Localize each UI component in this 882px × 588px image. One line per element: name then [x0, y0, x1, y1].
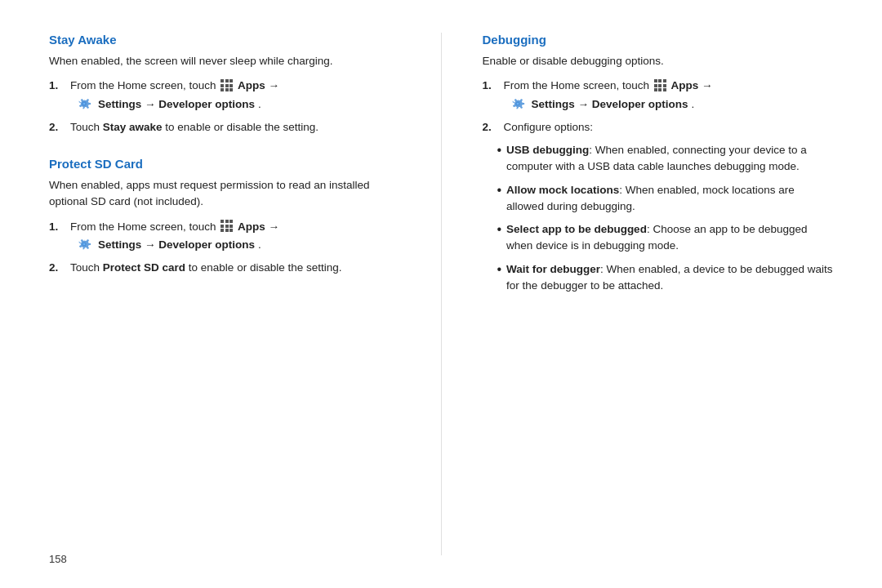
- apps-label-2: Apps: [238, 220, 265, 233]
- step-1-content: From the Home screen, touch Apps →: [70, 78, 400, 113]
- left-column: Stay Awake When enabled, the screen will…: [49, 33, 400, 555]
- protect-sd-card-description: When enabled, apps must request permissi…: [49, 177, 400, 211]
- section-spacer-1: [49, 142, 400, 157]
- apps-label-1: Apps: [238, 79, 265, 91]
- debug-step-number-2: 2.: [483, 119, 497, 136]
- stay-awake-step-1: 1. From the Home screen, touch Apps →: [49, 78, 400, 113]
- step-1-line2: Settings → Developer options.: [74, 96, 400, 113]
- protect-sd-step-2: 2. Touch Protect SD card to enable or di…: [49, 260, 400, 276]
- debug-step-1-path: Settings → Developer options: [532, 96, 688, 113]
- debugging-step-2: 2. Configure options:: [483, 119, 834, 136]
- apps-grid-icon-3: [654, 79, 666, 91]
- bullet-usb-debugging: • USB debugging: When enabled, connectin…: [497, 142, 834, 176]
- step-number-2: 2.: [49, 119, 64, 136]
- usb-debugging-bold: USB debugging: [506, 144, 589, 156]
- debugging-bullet-list: • USB debugging: When enabled, connectin…: [497, 142, 834, 294]
- protect-step-1-line1: From the Home screen, touch Apps →: [70, 219, 400, 235]
- protect-sd-step-1: 1. From the Home screen, touch Apps →: [49, 219, 400, 254]
- step-number-1: 1.: [49, 78, 64, 113]
- settings-gear-icon-3: [510, 96, 525, 111]
- svg-point-4: [83, 102, 86, 105]
- stay-awake-description: When enabled, the screen will never slee…: [49, 53, 400, 69]
- step-1-line1: From the Home screen, touch Apps →: [70, 78, 400, 94]
- column-divider: [441, 33, 442, 555]
- debugging-section: Debugging Enable or disable debugging op…: [483, 33, 834, 301]
- protect-sd-card-section: Protect SD Card When enabled, apps must …: [49, 157, 400, 283]
- page-content: Stay Awake When enabled, the screen will…: [0, 0, 882, 588]
- protect-step-number-2: 2.: [49, 260, 64, 276]
- stay-awake-section: Stay Awake When enabled, the screen will…: [49, 33, 400, 142]
- debug-step-1-line2: Settings → Developer options.: [507, 96, 834, 113]
- right-column: Debugging Enable or disable debugging op…: [483, 33, 834, 555]
- protect-step-1-content: From the Home screen, touch Apps →: [70, 219, 400, 254]
- debugging-step-1: 1. From the Home screen, touch Apps →: [483, 78, 834, 113]
- protect-step-2-content: Touch Protect SD card to enable or disab…: [70, 260, 400, 276]
- protect-step-number-1: 1.: [49, 219, 64, 254]
- bullet-usb-content: USB debugging: When enabled, connecting …: [506, 142, 833, 176]
- step-2-content: Touch Stay awake to enable or disable th…: [70, 119, 400, 136]
- svg-point-6: [83, 243, 86, 245]
- stay-awake-step-2: 2. Touch Stay awake to enable or disable…: [49, 119, 400, 136]
- protect-step-1-line2: Settings → Developer options.: [74, 237, 400, 253]
- wait-debugger-bold: Wait for debugger: [506, 263, 600, 275]
- step-1-path: Settings → Developer options: [98, 96, 255, 113]
- settings-gear-icon: [77, 96, 91, 111]
- debug-step-2-content: Configure options:: [504, 119, 834, 136]
- bullet-dot-2: •: [497, 182, 502, 199]
- stay-awake-steps: 1. From the Home screen, touch Apps →: [49, 78, 400, 136]
- debug-step-1-line1: From the Home screen, touch Apps →: [504, 78, 834, 94]
- mock-locations-bold: Allow mock locations: [506, 184, 619, 196]
- page-number: 158: [49, 553, 67, 565]
- debugging-description: Enable or disable debugging options.: [483, 53, 834, 69]
- debugging-title: Debugging: [483, 33, 834, 47]
- bullet-dot-3: •: [497, 221, 502, 238]
- svg-point-8: [516, 102, 519, 105]
- bullet-wait-debugger: • Wait for debugger: When enabled, a dev…: [497, 261, 834, 295]
- bullet-wait-debugger-content: Wait for debugger: When enabled, a devic…: [506, 261, 833, 295]
- apps-grid-icon: [220, 79, 233, 91]
- bullet-dot-4: •: [497, 261, 502, 278]
- debugging-steps: 1. From the Home screen, touch Apps →: [483, 78, 834, 136]
- stay-awake-title: Stay Awake: [49, 33, 400, 47]
- apps-grid-icon-2: [220, 220, 233, 232]
- stay-awake-bold: Stay awake: [103, 121, 163, 133]
- apps-label-3: Apps: [671, 79, 699, 91]
- debug-step-1-content: From the Home screen, touch Apps →: [504, 78, 834, 113]
- bullet-select-app-content: Select app to be debugged: Choose an app…: [506, 221, 833, 255]
- protect-sd-card-title: Protect SD Card: [49, 157, 400, 171]
- protect-sd-steps: 1. From the Home screen, touch Apps →: [49, 219, 400, 277]
- settings-gear-icon-2: [77, 237, 91, 252]
- select-app-bold: Select app to be debugged: [506, 223, 647, 235]
- bullet-select-app: • Select app to be debugged: Choose an a…: [497, 221, 834, 255]
- bullet-mock-content: Allow mock locations: When enabled, mock…: [506, 182, 833, 216]
- bullet-dot-1: •: [497, 142, 502, 159]
- protect-step-1-path: Settings → Developer options: [98, 237, 255, 253]
- debug-step-number-1: 1.: [483, 78, 497, 113]
- protect-sd-bold: Protect SD card: [103, 261, 185, 274]
- bullet-mock-locations: • Allow mock locations: When enabled, mo…: [497, 182, 834, 216]
